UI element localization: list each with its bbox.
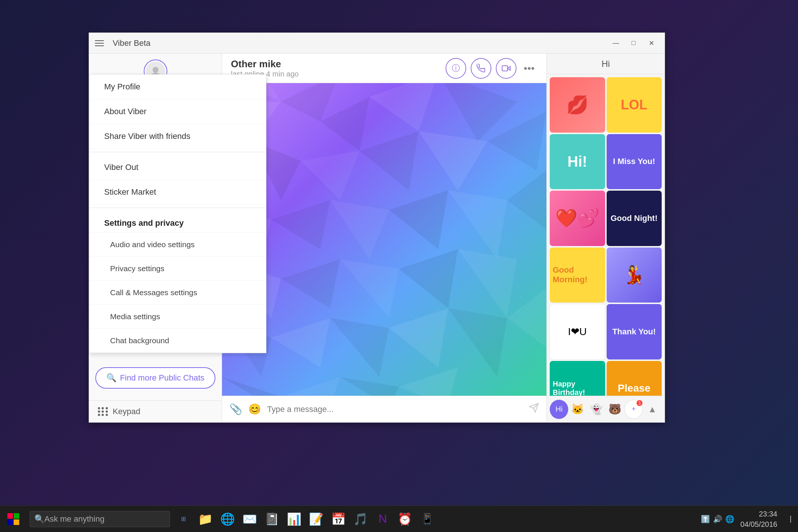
hi-label: Hi xyxy=(601,59,610,69)
more-button[interactable]: ••• xyxy=(521,59,538,77)
sticker-tab-ghost[interactable]: 👻 xyxy=(587,400,606,419)
tray-icon-2: 🔊 xyxy=(713,515,722,524)
menu-item-share-viber[interactable]: Share Viber with friends xyxy=(89,124,266,149)
divider-1 xyxy=(89,152,266,152)
word-icon[interactable]: 📝 xyxy=(306,509,327,529)
svg-rect-40 xyxy=(7,513,13,519)
sticker-expand-button[interactable]: ▲ xyxy=(643,400,661,419)
onenote-icon[interactable]: 📓 xyxy=(262,509,282,529)
sticker-anime-girl[interactable]: 💃 xyxy=(607,248,662,303)
sticker-lips[interactable]: 💋 xyxy=(550,77,605,133)
menu-section-settings: Settings and privacy xyxy=(89,211,266,233)
calendar-icon[interactable]: 📅 xyxy=(328,509,349,529)
call-button[interactable] xyxy=(471,58,491,79)
divider-2 xyxy=(89,208,266,208)
sidebar: My Profile About Viber Share Viber with … xyxy=(89,54,222,422)
sticker-good-morning[interactable]: Good Morning! xyxy=(550,248,605,303)
chat-header: Other mike last online 4 min ago ⓘ xyxy=(222,54,546,83)
show-desktop-button[interactable]: | xyxy=(783,506,798,532)
info-button[interactable]: ⓘ xyxy=(446,58,466,79)
sticker-add-button[interactable]: + 1 xyxy=(624,400,643,419)
sticker-panel-header: Hi xyxy=(547,54,665,74)
timer-icon[interactable]: ⏰ xyxy=(395,509,415,529)
maximize-button[interactable]: □ xyxy=(626,36,641,51)
info-icon: ⓘ xyxy=(452,63,460,74)
menu-item-my-profile[interactable]: My Profile xyxy=(89,75,266,99)
close-button[interactable]: ✕ xyxy=(644,36,659,51)
find-chats-label: Find more Public Chats xyxy=(120,373,205,383)
dropdown-menu: My Profile About Viber Share Viber with … xyxy=(89,74,266,353)
find-chats-button[interactable]: 🔍 Find more Public Chats xyxy=(95,367,216,389)
menu-item-audio-video[interactable]: Audio and video settings xyxy=(89,233,266,257)
attach-icon[interactable]: 📎 xyxy=(229,403,242,415)
taskbar-clock[interactable]: 23:34 04/05/2016 xyxy=(740,509,777,529)
viber-icon[interactable]: 📱 xyxy=(417,509,437,529)
sticker-happy-birthday[interactable]: Happy Birthday! xyxy=(550,361,605,396)
notes-icon[interactable]: N xyxy=(372,509,393,529)
menu-item-viber-out[interactable]: Viber Out xyxy=(89,155,266,180)
sticker-grid: 💋 LOL Hi! I Miss You! ❤️💕 Good Night! Go… xyxy=(547,74,665,396)
chat-bg-svg xyxy=(222,83,546,396)
explorer-icon[interactable]: 📁 xyxy=(195,509,216,529)
chat-background xyxy=(222,83,546,396)
sticker-hearts[interactable]: ❤️💕 xyxy=(550,191,605,246)
search-icon: 🔍 xyxy=(106,373,116,383)
chat-area: Other mike last online 4 min ago ⓘ xyxy=(222,54,546,422)
email-icon[interactable]: ✉️ xyxy=(239,509,260,529)
taskbar-search[interactable]: 🔍 Ask me anything xyxy=(30,511,170,527)
chat-actions: ⓘ ••• xyxy=(446,58,538,79)
sticker-lol[interactable]: LOL xyxy=(607,77,662,133)
system-tray: ⬆️ 🔊 🌐 xyxy=(701,515,734,524)
powerpoint-icon[interactable]: 📊 xyxy=(284,509,304,529)
sticker-tab-hi[interactable]: Hi xyxy=(550,400,568,419)
taskview-icon[interactable]: ⊞ xyxy=(173,509,194,529)
window-controls: — □ ✕ xyxy=(608,36,659,51)
start-button[interactable] xyxy=(0,506,27,532)
sticker-please[interactable]: Please xyxy=(607,361,662,396)
send-icon[interactable] xyxy=(529,403,539,416)
search-placeholder: Ask me anything xyxy=(44,514,105,524)
keypad-label: Keypad xyxy=(113,407,140,416)
taskbar: 🔍 Ask me anything ⊞ 📁 🌐 ✉️ 📓 📊 📝 📅 🎵 N ⏰… xyxy=(0,505,798,532)
sticker-i-love-u[interactable]: I❤U xyxy=(550,304,605,359)
minimize-button[interactable]: — xyxy=(608,36,623,51)
edge-icon[interactable]: 🌐 xyxy=(217,509,238,529)
sticker-good-night[interactable]: Good Night! xyxy=(607,191,662,246)
search-icon: 🔍 xyxy=(34,514,44,524)
menu-item-media[interactable]: Media settings xyxy=(89,305,266,329)
desktop: Viber Beta — □ ✕ xyxy=(0,0,798,532)
menu-item-chat-background[interactable]: Chat background xyxy=(89,329,266,353)
clock-time: 23:34 xyxy=(740,509,777,519)
menu-item-privacy[interactable]: Privacy settings xyxy=(89,257,266,281)
emoji-icon[interactable]: 😊 xyxy=(248,403,261,415)
sticker-miss-you[interactable]: I Miss You! xyxy=(607,134,662,190)
windows-icon xyxy=(7,512,20,526)
video-button[interactable] xyxy=(496,58,516,79)
title-bar: Viber Beta — □ ✕ xyxy=(89,33,665,54)
sticker-hi[interactable]: Hi! xyxy=(550,134,605,190)
video-icon xyxy=(502,64,511,73)
music-icon[interactable]: 🎵 xyxy=(350,509,371,529)
menu-item-call-messages[interactable]: Call & Messages settings xyxy=(89,281,266,305)
chat-input-bar: 📎 😊 xyxy=(222,396,546,422)
phone-icon xyxy=(477,64,485,73)
svg-rect-41 xyxy=(14,513,19,519)
tray-icon-3: 🌐 xyxy=(725,515,734,524)
sticker-tab-bear[interactable]: 🐻 xyxy=(606,400,624,419)
sticker-panel-footer: Hi 🐱 👻 🐻 + 1 ▲ xyxy=(547,396,665,422)
menu-button[interactable] xyxy=(95,37,108,50)
sticker-thank-you[interactable]: Thank You! xyxy=(607,304,662,359)
keypad-icon xyxy=(98,407,108,416)
viber-window: Viber Beta — □ ✕ xyxy=(89,33,665,423)
svg-rect-42 xyxy=(7,519,13,525)
svg-marker-2 xyxy=(508,66,510,70)
menu-item-sticker-market[interactable]: Sticker Market xyxy=(89,180,266,205)
sticker-tab-cat[interactable]: 🐱 xyxy=(568,400,587,419)
message-input[interactable] xyxy=(267,405,523,414)
svg-point-0 xyxy=(153,67,158,73)
main-content: My Profile About Viber Share Viber with … xyxy=(89,54,665,422)
sticker-panel: Hi 💋 LOL Hi! I Miss You! ❤️💕 Good Night!… xyxy=(546,54,665,422)
menu-item-about-viber[interactable]: About Viber xyxy=(89,99,266,124)
svg-rect-3 xyxy=(502,66,508,71)
keypad-section[interactable]: Keypad xyxy=(89,400,222,422)
